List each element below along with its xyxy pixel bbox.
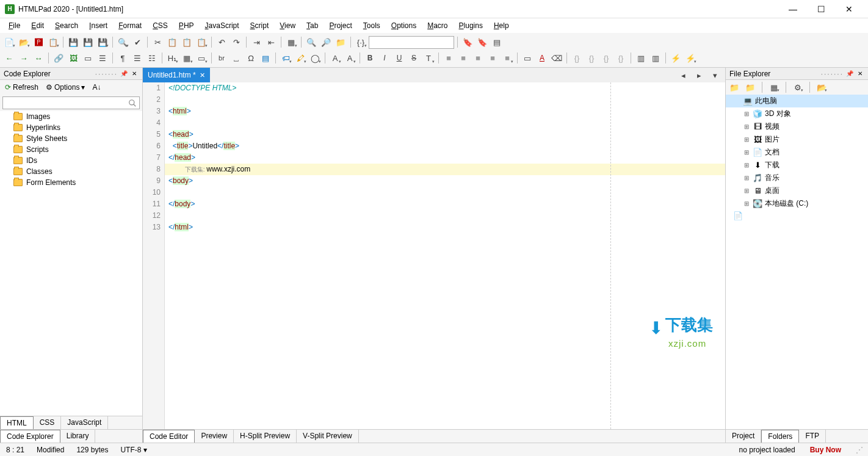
tree-item-classes[interactable]: Classes <box>0 166 142 177</box>
code-line[interactable] <box>165 94 725 106</box>
new-folder-button[interactable]: 📁 <box>744 81 756 93</box>
file-item[interactable]: 📄 <box>726 210 868 222</box>
menu-project[interactable]: Project <box>324 20 356 32</box>
indent-button[interactable]: ⇥ <box>250 35 263 49</box>
expander-icon[interactable]: ⊞ <box>743 162 750 168</box>
code-line[interactable]: <title>Untitled</title> <box>165 140 725 152</box>
tab-h-split-preview[interactable]: H-Split Preview <box>234 430 297 443</box>
file-tree-item[interactable]: ⊞⬇下载 <box>726 159 868 172</box>
tab-html[interactable]: HTML <box>0 416 34 430</box>
nav-list-button[interactable]: ▤ <box>490 35 504 49</box>
expander-icon[interactable]: ⊞ <box>743 187 750 194</box>
font-button[interactable]: A <box>343 51 356 65</box>
link-button[interactable]: 🔗 <box>52 51 65 65</box>
tab-menu-button[interactable]: ▾ <box>708 68 722 82</box>
expander-icon[interactable]: ⊞ <box>743 175 750 181</box>
nav-fwd-button[interactable]: 🔖 <box>476 35 489 49</box>
recent-button[interactable]: 📋 <box>46 35 60 49</box>
br-button[interactable]: br <box>215 51 228 65</box>
tab-project[interactable]: Project <box>726 430 761 443</box>
align-center-button[interactable]: ≡ <box>457 51 470 65</box>
tab-library[interactable]: Library <box>60 430 96 443</box>
resize-grip[interactable]: ⋰ <box>856 446 862 454</box>
menu-search[interactable]: Search <box>50 20 83 32</box>
expander-icon[interactable]: ⊞ <box>743 200 750 207</box>
find-button[interactable]: 🔍 <box>305 35 318 49</box>
expander-icon[interactable]: ⊞ <box>743 110 750 117</box>
menu-plugins[interactable]: Plugins <box>454 20 488 32</box>
expander-icon[interactable]: ⊞ <box>743 149 750 156</box>
heading-button[interactable]: H₁ <box>165 51 179 65</box>
tab-css[interactable]: CSS <box>34 416 62 429</box>
strike-button[interactable]: S <box>407 51 421 65</box>
pin-button[interactable]: 📌 <box>120 70 128 78</box>
select-button[interactable]: ▭ <box>521 51 534 65</box>
menu-insert[interactable]: Insert <box>84 20 112 32</box>
brace3-button[interactable]: {} <box>599 51 613 65</box>
code-line[interactable]: </head> <box>165 152 725 164</box>
panel-close-button[interactable]: ✕ <box>130 70 139 78</box>
replace-button[interactable]: 🔎 <box>319 35 333 49</box>
code-line[interactable]: </html> <box>165 222 725 233</box>
file-tree-item[interactable]: ⊞🧊3D 对象 <box>726 107 868 120</box>
menu-view[interactable]: View <box>275 20 300 32</box>
menu-file[interactable]: File <box>4 20 25 32</box>
file-tab-close-icon[interactable]: ✕ <box>200 71 205 79</box>
minimize-button[interactable]: — <box>779 0 807 18</box>
brace4-button[interactable]: {} <box>614 51 627 65</box>
code-line[interactable]: <html> <box>165 106 725 117</box>
validate-button[interactable]: ⚡ <box>669 51 682 65</box>
color-ring-button[interactable]: ◯ <box>308 51 322 65</box>
code-line[interactable]: </body> <box>165 198 725 210</box>
file-tree-item[interactable]: 💻此电脑 <box>726 95 868 107</box>
file-tab-untitled[interactable]: Untitled1.htm * ✕ <box>143 68 210 82</box>
tab-preview[interactable]: Preview <box>195 430 234 443</box>
code-line[interactable]: <head> <box>165 129 725 140</box>
view-mode-button[interactable]: ▦ <box>768 81 780 93</box>
align-justify-button[interactable]: ≡ <box>486 51 499 65</box>
tab-code-explorer[interactable]: Code Explorer <box>0 430 60 443</box>
folder-button[interactable]: 📁 <box>728 81 740 93</box>
omega-button[interactable]: Ω <box>244 51 258 65</box>
view-button[interactable]: ▦ <box>284 35 298 49</box>
media-button[interactable]: ▭ <box>81 51 95 65</box>
image-button[interactable]: 🖼 <box>67 51 80 65</box>
refresh-button[interactable]: ⟳ Refresh <box>2 82 41 93</box>
expander-icon[interactable]: ⊞ <box>743 123 750 130</box>
tab-ftp[interactable]: FTP <box>799 430 826 443</box>
nbsp-button[interactable]: ⎵ <box>230 51 243 65</box>
save-as-button[interactable]: 💾 <box>96 35 109 49</box>
menu-tab[interactable]: Tab <box>302 20 323 32</box>
save-all-button[interactable]: 💾 <box>81 35 95 49</box>
tab-folders[interactable]: Folders <box>761 430 799 443</box>
text-format-button[interactable]: T <box>422 51 435 65</box>
menu-help[interactable]: Help <box>489 20 514 32</box>
code-line[interactable] <box>165 117 725 129</box>
align-right-button[interactable]: ≡ <box>471 51 485 65</box>
tree-item-images[interactable]: Images <box>0 111 142 122</box>
outdent-button[interactable]: ⇤ <box>264 35 278 49</box>
tree-item-style-sheets[interactable]: Style Sheets <box>0 133 142 144</box>
italic-button[interactable]: I <box>378 51 391 65</box>
tree-item-hyperlinks[interactable]: Hyperlinks <box>0 122 142 133</box>
text-color-button[interactable]: A <box>535 51 549 65</box>
panel-close-button[interactable]: ✕ <box>856 70 864 78</box>
menu-css[interactable]: CSS <box>148 20 173 32</box>
options-button[interactable]: ⚙ Options ▾ <box>43 82 87 93</box>
code-line[interactable]: <body> <box>165 175 725 187</box>
table-button[interactable]: ▦ <box>180 51 193 65</box>
undo-button[interactable]: ↶ <box>215 35 228 49</box>
menu-script[interactable]: Script <box>245 20 274 32</box>
new-file-button[interactable]: 📄 <box>2 35 16 49</box>
clear-format-button[interactable]: ⌫ <box>550 51 563 65</box>
tab-code-editor[interactable]: Code Editor <box>143 430 195 443</box>
tab-javascript[interactable]: JavaScript <box>61 416 108 429</box>
menu-edit[interactable]: Edit <box>26 20 49 32</box>
menu-macro[interactable]: Macro <box>422 20 452 32</box>
snippet2-button[interactable]: ▥ <box>649 51 662 65</box>
cut-button[interactable]: ✂ <box>151 35 164 49</box>
pdf-button[interactable]: 🅿 <box>32 35 45 49</box>
tree-item-scripts[interactable]: Scripts <box>0 144 142 155</box>
menu-format[interactable]: Format <box>114 20 146 32</box>
brace2-button[interactable]: {} <box>585 51 598 65</box>
